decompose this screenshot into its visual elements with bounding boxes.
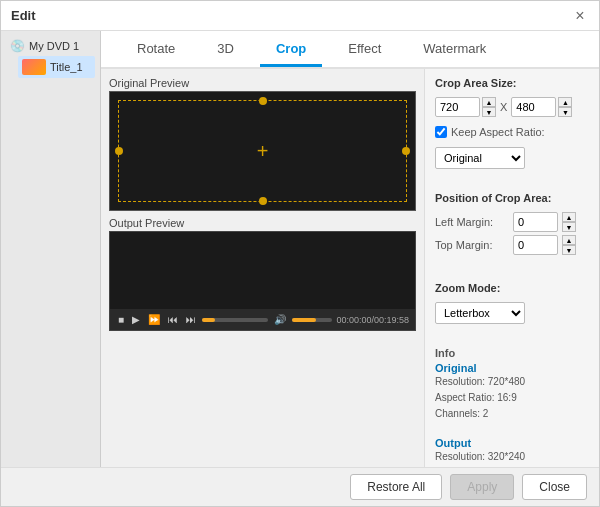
resolution-out: Resolution: 320*240 xyxy=(435,449,589,465)
progress-bar[interactable] xyxy=(202,318,268,322)
play-button[interactable]: ▶ xyxy=(130,313,142,326)
crop-height-down[interactable]: ▼ xyxy=(558,107,572,117)
progress-fill xyxy=(202,318,215,322)
left-panel: 💿 My DVD 1 Title_1 xyxy=(1,31,101,467)
channels-orig: Channels: 2 xyxy=(435,406,589,422)
close-icon[interactable]: × xyxy=(571,7,589,25)
zoom-select[interactable]: Letterbox xyxy=(435,302,525,324)
resolution-orig: Resolution: 720*480 xyxy=(435,374,589,390)
crop-height-spinners: ▲ ▼ xyxy=(558,97,572,117)
left-margin-down[interactable]: ▼ xyxy=(562,222,576,232)
crop-handle-right[interactable] xyxy=(402,147,410,155)
dvd-icon: 💿 xyxy=(10,39,25,53)
tree-item-title[interactable]: Title_1 xyxy=(18,56,95,78)
crop-area-size-label: Crop Area Size: xyxy=(435,77,589,89)
volume-bar[interactable] xyxy=(292,318,332,322)
tab-watermark[interactable]: Watermark xyxy=(407,33,502,67)
crop-height-input[interactable] xyxy=(511,97,556,117)
crop-handle-bottom[interactable] xyxy=(259,197,267,205)
crop-width-down[interactable]: ▼ xyxy=(482,107,496,117)
crop-width-input[interactable] xyxy=(435,97,480,117)
tab-rotate[interactable]: Rotate xyxy=(121,33,191,67)
crop-height-up[interactable]: ▲ xyxy=(558,97,572,107)
title-icon xyxy=(22,59,46,75)
zoom-select-row: Letterbox xyxy=(435,302,589,324)
left-margin-label: Left Margin: xyxy=(435,216,507,228)
output-preview: ■ ▶ ⏩ ⏮ ⏭ 🔊 xyxy=(109,231,416,331)
output-preview-section: Output Preview ■ ▶ ⏩ ⏮ ⏭ xyxy=(109,217,416,331)
x-separator: X xyxy=(500,101,507,113)
left-margin-spinners: ▲ ▼ xyxy=(562,212,576,232)
stop-button[interactable]: ■ xyxy=(116,313,126,326)
zoom-mode-label: Zoom Mode: xyxy=(435,282,589,294)
main-content: 💿 My DVD 1 Title_1 Rotate 3D Crop Effect… xyxy=(1,31,599,467)
next-frame-button[interactable]: ⏭ xyxy=(184,313,198,326)
player-controls: ■ ▶ ⏩ ⏮ ⏭ 🔊 xyxy=(110,309,415,330)
crop-handle-top[interactable] xyxy=(259,97,267,105)
crosshair-icon: + xyxy=(257,141,269,161)
info-section: Info Original Resolution: 720*480 Aspect… xyxy=(435,347,589,467)
bottom-bar: Restore All Apply Close xyxy=(1,467,599,506)
top-margin-label: Top Margin: xyxy=(435,239,507,251)
keep-aspect-row: Keep Aspect Ratio: xyxy=(435,126,589,138)
position-label: Position of Crop Area: xyxy=(435,192,589,204)
restore-all-button[interactable]: Restore All xyxy=(350,474,442,500)
left-margin-up[interactable]: ▲ xyxy=(562,212,576,222)
top-margin-row: Top Margin: ▲ ▼ xyxy=(435,235,589,255)
output-preview-label: Output Preview xyxy=(109,217,416,229)
dialog-title: Edit xyxy=(11,8,36,23)
aspect-select[interactable]: Original xyxy=(435,147,525,169)
keep-aspect-label: Keep Aspect Ratio: xyxy=(451,126,545,138)
output-sub: Output xyxy=(435,437,589,449)
prev-frame-button[interactable]: ⏮ xyxy=(166,313,180,326)
crop-handle-left[interactable] xyxy=(115,147,123,155)
left-margin-input[interactable] xyxy=(513,212,558,232)
close-button[interactable]: Close xyxy=(522,474,587,500)
aspect-orig: Aspect Ratio: 16:9 xyxy=(435,390,589,406)
dvd-label: My DVD 1 xyxy=(29,40,79,52)
original-preview-section: Original Preview + xyxy=(109,77,416,211)
preview-panel: Original Preview + Output P xyxy=(101,69,424,467)
step-forward-button[interactable]: ⏩ xyxy=(146,313,162,326)
tab-effect[interactable]: Effect xyxy=(332,33,397,67)
apply-button[interactable]: Apply xyxy=(450,474,514,500)
title-bar: Edit × xyxy=(1,1,599,31)
original-preview: + xyxy=(109,91,416,211)
top-margin-down[interactable]: ▼ xyxy=(562,245,576,255)
center-panel: Rotate 3D Crop Effect Watermark Original… xyxy=(101,31,599,467)
crop-size-row: ▲ ▼ X ▲ ▼ xyxy=(435,97,589,117)
video-area xyxy=(110,232,415,309)
aspect-select-row: Original xyxy=(435,147,589,169)
time-display: 00:00:00/00:19:58 xyxy=(336,315,409,325)
volume-fill xyxy=(292,318,316,322)
tab-crop[interactable]: Crop xyxy=(260,33,322,67)
tab-3d[interactable]: 3D xyxy=(201,33,250,67)
crop-width-spinners: ▲ ▼ xyxy=(482,97,496,117)
position-group: Left Margin: ▲ ▼ Top Margin: ▲ xyxy=(435,212,589,258)
edit-dialog: Edit × 💿 My DVD 1 Title_1 Rotate 3D Crop… xyxy=(0,0,600,507)
title-label: Title_1 xyxy=(50,61,83,73)
crop-width-up[interactable]: ▲ xyxy=(482,97,496,107)
keep-aspect-checkbox[interactable] xyxy=(435,126,447,138)
original-preview-label: Original Preview xyxy=(109,77,416,89)
tree-item-dvd[interactable]: 💿 My DVD 1 xyxy=(6,36,95,56)
right-panel: Crop Area Size: ▲ ▼ X ▲ ▼ xyxy=(424,69,599,467)
top-margin-input[interactable] xyxy=(513,235,558,255)
top-margin-spinners: ▲ ▼ xyxy=(562,235,576,255)
left-margin-row: Left Margin: ▲ ▼ xyxy=(435,212,589,232)
tabs-bar: Rotate 3D Crop Effect Watermark xyxy=(101,31,599,69)
top-margin-up[interactable]: ▲ xyxy=(562,235,576,245)
edit-area: Original Preview + Output P xyxy=(101,69,599,467)
volume-icon[interactable]: 🔊 xyxy=(272,313,288,326)
original-sub: Original xyxy=(435,362,589,374)
info-header: Info xyxy=(435,347,589,359)
